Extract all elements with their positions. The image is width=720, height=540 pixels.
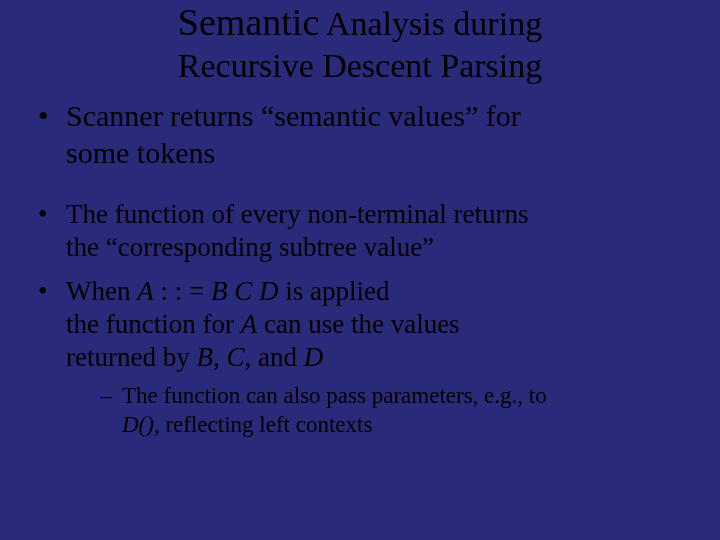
sub-b: , reflecting left contexts (154, 412, 372, 437)
b3-l2a: the function for (66, 309, 241, 339)
title-rest-1: Analysis during (319, 5, 542, 42)
b3-B: B (211, 276, 228, 306)
title-line-2: Recursive Descent Parsing (178, 47, 542, 84)
bullet-3: When A : : = B C D is applied the functi… (30, 275, 690, 439)
bullet-2-line-1: The function of every non-terminal retur… (66, 199, 529, 229)
bullet-1-line-2: some tokens (66, 136, 215, 169)
b3-l3a: returned by (66, 342, 196, 372)
bullet-2-line-2: the “corresponding subtree value” (66, 232, 434, 262)
bullet-list-body: The function of every non-terminal retur… (30, 198, 690, 440)
bullet-list-top: Scanner returns “semantic values” for so… (30, 98, 690, 171)
b3-D: D (259, 276, 279, 306)
sub-a: The function can also pass parameters, e… (122, 383, 547, 408)
b3-c1: , (213, 342, 227, 372)
b3-c2: , and (244, 342, 303, 372)
b3-l2b: can use the values (257, 309, 459, 339)
b3-pre: When (66, 276, 137, 306)
bullet-1-line-1: Scanner returns “semantic values” for (66, 99, 521, 132)
b3-A: A (137, 276, 154, 306)
b3-A2: A (241, 309, 258, 339)
b3-B2: B (196, 342, 213, 372)
sub-Dfn: D() (122, 412, 154, 437)
b3-sp2 (252, 276, 259, 306)
slide-title: Semantic Analysis during Recursive Desce… (30, 0, 690, 86)
b3-C2: C (226, 342, 244, 372)
slide: Semantic Analysis during Recursive Desce… (0, 0, 720, 440)
sub-bullet-1: The function can also pass parameters, e… (100, 382, 690, 440)
b3-D2: D (304, 342, 324, 372)
sub-bullet-list: The function can also pass parameters, e… (66, 382, 690, 440)
bullet-2: The function of every non-terminal retur… (30, 198, 690, 264)
gap (30, 184, 690, 198)
b3-mid: : : = (154, 276, 211, 306)
title-emph: Semantic (178, 1, 319, 43)
bullet-1: Scanner returns “semantic values” for so… (30, 98, 690, 171)
b3-C: C (234, 276, 252, 306)
b3-post1: is applied (278, 276, 389, 306)
